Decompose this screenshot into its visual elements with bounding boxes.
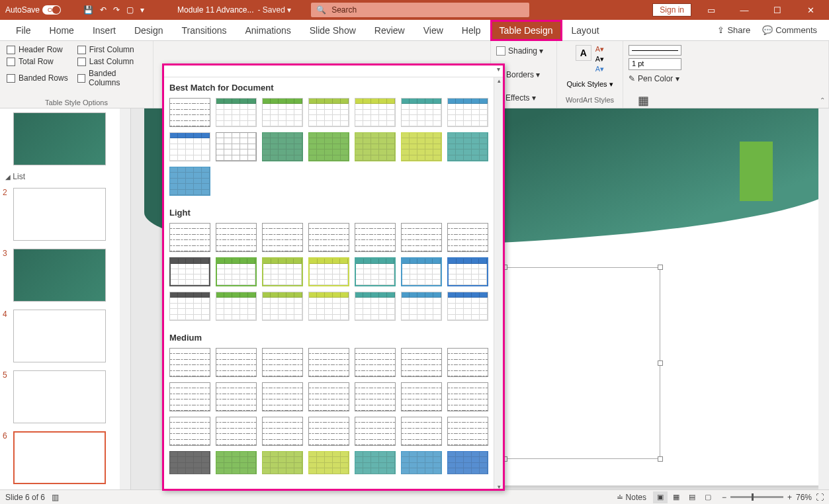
table-style-thumb[interactable]	[169, 292, 210, 321]
tab-design[interactable]: Design	[125, 20, 173, 41]
maximize-button[interactable]: ☐	[764, 0, 791, 20]
table-style-thumb[interactable]	[355, 223, 396, 252]
first-column-checkbox[interactable]: First Column	[77, 45, 146, 54]
table-style-thumb[interactable]	[216, 257, 257, 286]
table-style-thumb[interactable]	[262, 382, 303, 411]
total-row-checkbox[interactable]: Total Row	[7, 57, 68, 66]
comments-button[interactable]: 💬Comments	[757, 22, 822, 38]
normal-view-button[interactable]: ▣	[653, 491, 668, 503]
table-style-thumb[interactable]	[262, 98, 303, 127]
table-style-thumb[interactable]	[216, 98, 257, 127]
table-style-thumb[interactable]	[308, 98, 349, 127]
table-style-thumb[interactable]	[355, 292, 396, 321]
table-style-thumb[interactable]	[216, 382, 257, 411]
tab-transitions[interactable]: Transitions	[173, 20, 236, 41]
table-style-thumb[interactable]	[447, 348, 488, 377]
table-style-thumb[interactable]	[169, 348, 210, 377]
table-style-thumb[interactable]	[401, 292, 442, 321]
text-effects-icon[interactable]: A▾	[595, 65, 604, 73]
collapse-ribbon-icon[interactable]: ⌃	[820, 97, 825, 104]
slide-thumb-4[interactable]	[13, 310, 106, 362]
table-style-thumb[interactable]	[308, 417, 349, 446]
table-style-thumb[interactable]	[447, 451, 488, 474]
table-style-thumb[interactable]	[401, 417, 442, 446]
canvas-vertical-scrollbar[interactable]	[818, 108, 829, 489]
table-style-thumb[interactable]	[169, 257, 210, 286]
table-style-thumb[interactable]	[262, 223, 303, 252]
table-style-thumb[interactable]	[355, 348, 396, 377]
table-style-thumb[interactable]	[216, 417, 257, 446]
banded-rows-checkbox[interactable]: Banded Rows	[7, 69, 68, 87]
accessibility-icon[interactable]: ▥	[52, 493, 59, 502]
zoom-in-button[interactable]: +	[787, 493, 792, 502]
slide-thumb-2[interactable]	[13, 188, 106, 241]
table-style-thumb[interactable]	[447, 292, 488, 321]
table-style-thumb[interactable]	[169, 98, 210, 127]
table-style-thumb[interactable]	[401, 223, 442, 252]
slide-thumb-1[interactable]	[13, 112, 106, 165]
table-style-thumb[interactable]	[447, 382, 488, 411]
gallery-collapse-row[interactable]	[163, 64, 504, 77]
quick-styles-button[interactable]: A	[576, 45, 591, 61]
minimize-button[interactable]: —	[731, 0, 758, 20]
table-style-thumb[interactable]	[262, 451, 303, 474]
table-style-thumb[interactable]	[355, 98, 396, 127]
reading-view-button[interactable]: ▤	[685, 491, 699, 503]
tab-review[interactable]: Review	[365, 20, 414, 41]
slide-panel-scrollbar[interactable]	[120, 108, 130, 489]
pen-color-button[interactable]: ✎Pen Color ▾	[629, 73, 681, 85]
table-style-thumb[interactable]	[308, 257, 349, 286]
slideshow-view-button[interactable]: ▢	[701, 491, 715, 503]
table-style-thumb[interactable]	[308, 348, 349, 377]
sorter-view-button[interactable]: ▦	[669, 491, 683, 503]
pen-style-select[interactable]	[629, 45, 681, 56]
table-style-thumb[interactable]	[355, 382, 396, 411]
tab-insert[interactable]: Insert	[83, 20, 125, 41]
tab-animations[interactable]: Animations	[236, 20, 300, 41]
table-style-thumb[interactable]	[308, 451, 349, 474]
table-style-thumb[interactable]	[262, 348, 303, 377]
tab-layout[interactable]: Layout	[562, 20, 609, 41]
table-style-thumb[interactable]	[262, 417, 303, 446]
close-button[interactable]: ✕	[797, 0, 824, 20]
resize-handle[interactable]	[658, 265, 663, 270]
table-style-thumb[interactable]	[308, 382, 349, 411]
autosave[interactable]: AutoSave On	[0, 5, 77, 15]
table-style-thumb[interactable]	[216, 223, 257, 252]
table-style-thumb[interactable]	[262, 132, 303, 161]
slide-counter[interactable]: Slide 6 of 6	[5, 493, 45, 502]
table-style-thumb[interactable]	[169, 451, 210, 474]
search-box[interactable]: 🔍 Search	[311, 3, 529, 17]
table-style-thumb[interactable]	[308, 292, 349, 321]
table-style-thumb[interactable]	[447, 132, 488, 161]
header-row-checkbox[interactable]: Header Row	[7, 45, 68, 54]
tab-file[interactable]: File	[7, 20, 40, 41]
table-style-thumb[interactable]	[169, 417, 210, 446]
slideshow-icon[interactable]: ▢	[126, 5, 134, 15]
tab-home[interactable]: Home	[40, 20, 83, 41]
text-fill-icon[interactable]: A▾	[595, 45, 604, 54]
last-column-checkbox[interactable]: Last Column	[77, 57, 146, 66]
customize-qat-icon[interactable]: ▾	[140, 5, 144, 15]
table-style-thumb[interactable]	[447, 257, 488, 286]
slide-panel[interactable]: ◢ List 2 3 4 5 6	[0, 108, 131, 489]
fit-to-window-button[interactable]: ⛶	[816, 493, 824, 502]
tab-help[interactable]: Help	[453, 20, 490, 41]
gallery-scrollbar[interactable]	[494, 77, 504, 490]
zoom-out-button[interactable]: −	[722, 493, 726, 502]
table-style-thumb[interactable]	[216, 348, 257, 377]
zoom-slider[interactable]	[730, 496, 783, 498]
table-style-thumb[interactable]	[169, 132, 210, 161]
slide-thumb-5[interactable]	[13, 370, 106, 423]
tab-view[interactable]: View	[414, 20, 453, 41]
undo-icon[interactable]: ↶	[100, 5, 107, 15]
table-style-thumb[interactable]	[401, 451, 442, 474]
slide-thumb-3[interactable]	[13, 249, 106, 302]
table-style-thumb[interactable]	[308, 132, 349, 161]
table-style-thumb[interactable]	[308, 223, 349, 252]
tab-slideshow[interactable]: Slide Show	[300, 20, 365, 41]
gallery-scroll-area[interactable]: Best Match for Document Light Medium Dar…	[163, 77, 504, 474]
table-style-thumb[interactable]	[447, 417, 488, 446]
table-style-thumb[interactable]	[401, 132, 442, 161]
table-style-thumb[interactable]	[355, 132, 396, 161]
